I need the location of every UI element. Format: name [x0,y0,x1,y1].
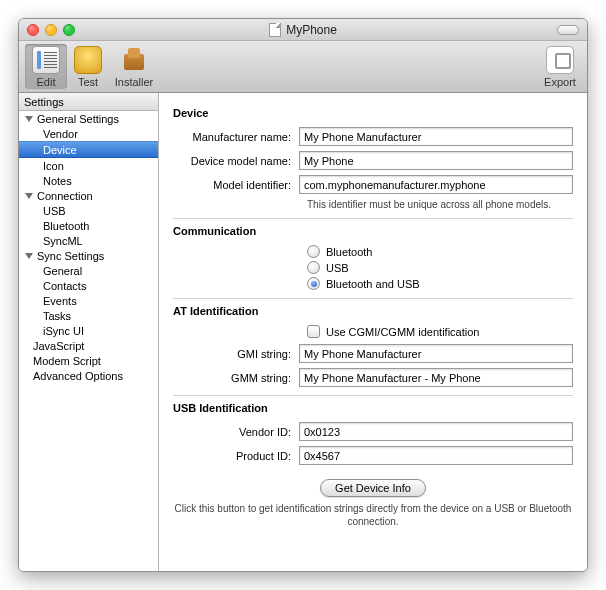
separator [173,218,573,219]
gmi-string-field[interactable] [299,344,573,363]
manufacturer-name-label: Manufacturer name: [173,131,299,143]
radio-bluetooth[interactable]: Bluetooth [307,245,573,258]
sidebar-item-contacts[interactable]: Contacts [19,278,158,293]
toolbar-installer-button[interactable]: Installer [109,44,159,89]
minimize-icon[interactable] [45,24,57,36]
separator [173,395,573,396]
vendor-id-label: Vendor ID: [173,426,299,438]
gmi-string-label: GMI string: [173,348,299,360]
section-at-title: AT Identification [173,305,573,317]
sidebar-item-events[interactable]: Events [19,293,158,308]
sidebar-group-sync[interactable]: Sync Settings [19,248,158,263]
gmm-string-field[interactable] [299,368,573,387]
toolbar-edit-button[interactable]: Edit [25,44,67,89]
zoom-icon[interactable] [63,24,75,36]
window-title: MyPhone [286,23,337,37]
section-communication-title: Communication [173,225,573,237]
disclosure-triangle-icon [25,253,33,259]
traffic-lights [19,24,75,36]
device-model-field[interactable] [299,151,573,170]
toolbar-test-button[interactable]: Test [67,44,109,89]
close-icon[interactable] [27,24,39,36]
content-pane: Device Manufacturer name: Device model n… [159,93,587,571]
toolbar-export-button[interactable]: Export [539,44,581,89]
sidebar-item-syncml[interactable]: SyncML [19,233,158,248]
sidebar-group-connection[interactable]: Connection [19,188,158,203]
disclosure-triangle-icon [25,116,33,122]
identifier-hint: This identifier must be unique across al… [307,199,573,210]
titlebar: MyPhone [19,19,587,41]
use-cgmi-cgmm-checkbox[interactable]: Use CGMI/CGMM identification [307,325,573,338]
test-icon [74,46,102,74]
product-id-field[interactable] [299,446,573,465]
get-device-info-button[interactable]: Get Device Info [320,479,426,497]
sidebar-item-device[interactable]: Device [19,141,158,158]
app-window: MyPhone Edit Test Installer Export Setti… [18,18,588,572]
radio-icon [307,261,320,274]
sidebar-group-general[interactable]: General Settings [19,111,158,126]
product-id-label: Product ID: [173,450,299,462]
toolbar: Edit Test Installer Export [19,41,587,93]
sidebar-item-advanced-options[interactable]: Advanced Options [19,368,158,383]
model-identifier-label: Model identifier: [173,179,299,191]
radio-icon [307,277,320,290]
separator [173,298,573,299]
section-device-title: Device [173,107,573,119]
sidebar-item-usb[interactable]: USB [19,203,158,218]
sidebar-item-modem-script[interactable]: Modem Script [19,353,158,368]
sidebar-item-isync-ui[interactable]: iSync UI [19,323,158,338]
sidebar-item-icon[interactable]: Icon [19,158,158,173]
device-model-label: Device model name: [173,155,299,167]
sidebar-item-bluetooth[interactable]: Bluetooth [19,218,158,233]
sidebar-item-vendor[interactable]: Vendor [19,126,158,141]
radio-icon [307,245,320,258]
radio-usb[interactable]: USB [307,261,573,274]
sidebar-item-javascript[interactable]: JavaScript [19,338,158,353]
edit-icon [32,46,60,74]
disclosure-triangle-icon [25,193,33,199]
gmm-string-label: GMM string: [173,372,299,384]
installer-icon [120,46,148,74]
section-usb-title: USB Identification [173,402,573,414]
manufacturer-name-field[interactable] [299,127,573,146]
toolbar-pill-icon[interactable] [557,25,579,35]
model-identifier-field[interactable] [299,175,573,194]
export-icon [546,46,574,74]
sidebar-item-tasks[interactable]: Tasks [19,308,158,323]
footer-hint: Click this button to get identification … [173,502,573,528]
vendor-id-field[interactable] [299,422,573,441]
sidebar-header: Settings [19,93,158,111]
sidebar: Settings General Settings Vendor Device … [19,93,159,571]
document-icon [269,23,281,37]
radio-bluetooth-and-usb[interactable]: Bluetooth and USB [307,277,573,290]
checkbox-icon [307,325,320,338]
sidebar-item-general[interactable]: General [19,263,158,278]
sidebar-item-notes[interactable]: Notes [19,173,158,188]
